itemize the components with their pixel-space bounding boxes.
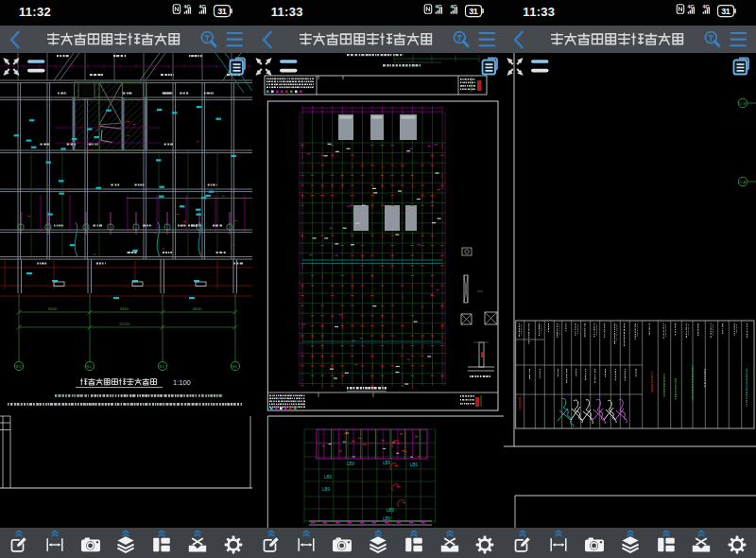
svg-text:25200: 25200 — [119, 322, 130, 326]
svg-text:1:100: 1:100 — [173, 378, 191, 387]
svg-text:LB9: LB9 — [383, 516, 391, 521]
svg-text:B4: B4 — [87, 364, 93, 369]
svg-text:B5: B5 — [160, 364, 165, 369]
svg-text:LB9: LB9 — [324, 475, 333, 480]
svg-text:8400: 8400 — [48, 306, 58, 311]
svg-text:LB9: LB9 — [387, 508, 395, 513]
svg-text:D-B: D-B — [740, 101, 747, 106]
svg-text:LB9: LB9 — [347, 462, 355, 466]
svg-text:B6: B6 — [232, 364, 238, 369]
svg-text:LB9: LB9 — [410, 462, 419, 467]
svg-text:B3: B3 — [16, 364, 22, 369]
svg-text:LB9: LB9 — [383, 461, 391, 465]
svg-text:D-A: D-A — [740, 180, 747, 184]
svg-text:LB9: LB9 — [322, 487, 331, 492]
svg-text:8400: 8400 — [120, 306, 129, 311]
svg-text:8400: 8400 — [193, 306, 202, 311]
